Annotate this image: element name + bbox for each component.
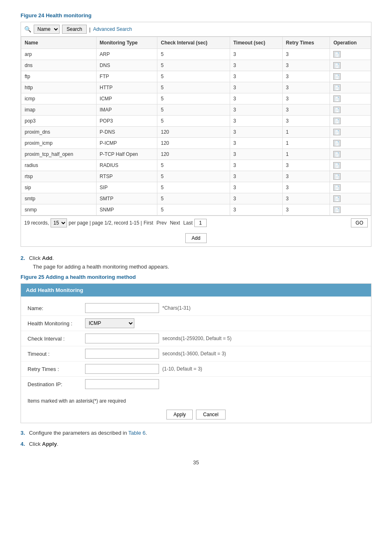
table-row: rtsp RTSP 5 3 3 📄 bbox=[21, 171, 371, 182]
col-timeout: Timeout (sec) bbox=[230, 37, 282, 49]
field-hint-4: (1-10, Default = 3) bbox=[162, 366, 202, 372]
step3-text: Configure the parameters as described in bbox=[29, 430, 128, 436]
cell-timeout: 3 bbox=[230, 149, 282, 160]
cell-timeout: 3 bbox=[230, 160, 282, 171]
edit-icon[interactable]: 📄 bbox=[333, 107, 341, 113]
table-row: imap IMAP 5 3 3 📄 bbox=[21, 104, 371, 116]
cancel-button[interactable]: Cancel bbox=[196, 410, 225, 419]
first-page-link[interactable]: First bbox=[143, 220, 153, 226]
step2-number: 2. bbox=[21, 255, 25, 261]
form-field-3: seconds(1-3600, Default = 3) bbox=[85, 349, 364, 359]
edit-icon[interactable]: 📄 bbox=[333, 184, 341, 191]
apply-button[interactable]: Apply bbox=[166, 410, 193, 419]
cell-name: proxim_dns bbox=[21, 127, 97, 138]
table-row: proxim_icmp P-ICMP 120 3 1 📄 bbox=[21, 138, 371, 149]
cell-operation: 📄 bbox=[330, 60, 371, 71]
edit-icon[interactable]: 📄 bbox=[333, 151, 341, 158]
cell-type: ICMP bbox=[96, 93, 157, 104]
col-monitoring-type: Monitoring Type bbox=[96, 37, 157, 49]
edit-icon[interactable]: 📄 bbox=[333, 62, 341, 69]
search-field-select[interactable]: Name bbox=[34, 25, 60, 34]
search-button[interactable]: Search bbox=[62, 25, 87, 34]
form-field-row: Retry Times : (1-10, Default = 3) bbox=[21, 362, 371, 377]
pagination-row: 19 records, 15 25 50 per page | page 1/2… bbox=[21, 216, 371, 230]
edit-icon[interactable]: 📄 bbox=[333, 140, 341, 146]
per-page-select[interactable]: 15 25 50 bbox=[51, 218, 67, 227]
cell-timeout: 3 bbox=[230, 116, 282, 127]
table-row: icmp ICMP 5 3 3 📄 bbox=[21, 93, 371, 104]
cell-retry: 1 bbox=[282, 127, 330, 138]
cell-interval: 5 bbox=[157, 60, 230, 71]
cell-timeout: 3 bbox=[230, 182, 282, 193]
edit-icon[interactable]: 📄 bbox=[333, 51, 341, 58]
edit-icon[interactable]: 📄 bbox=[333, 206, 341, 213]
cell-retry: 3 bbox=[282, 104, 330, 116]
cell-operation: 📄 bbox=[330, 160, 371, 171]
form-field-4: (1-10, Default = 3) bbox=[85, 364, 364, 374]
pagination-info: per page | page 1/2, record 1-15 | bbox=[69, 220, 142, 226]
edit-icon[interactable]: 📄 bbox=[333, 73, 341, 80]
step4-text: Click bbox=[29, 441, 42, 447]
cell-interval: 120 bbox=[157, 127, 230, 138]
cell-name: sip bbox=[21, 182, 97, 193]
edit-icon[interactable]: 📄 bbox=[333, 162, 341, 169]
pagination-left: 19 records, 15 25 50 per page | page 1/2… bbox=[24, 218, 207, 227]
cell-timeout: 3 bbox=[230, 127, 282, 138]
col-name: Name bbox=[21, 37, 97, 49]
cell-type: P-TCP Half Open bbox=[96, 149, 157, 160]
cell-operation: 📄 bbox=[330, 71, 371, 82]
form-text-input-4[interactable] bbox=[85, 364, 159, 374]
cell-name: snmp bbox=[21, 204, 97, 216]
cell-retry: 3 bbox=[282, 116, 330, 127]
form-label-4: Retry Times : bbox=[28, 366, 85, 372]
last-page-link[interactable]: Last bbox=[183, 220, 193, 226]
cell-operation: 📄 bbox=[330, 182, 371, 193]
cell-timeout: 3 bbox=[230, 171, 282, 182]
cell-name: smtp bbox=[21, 193, 97, 204]
cell-type: FTP bbox=[96, 71, 157, 82]
cell-operation: 📄 bbox=[330, 116, 371, 127]
health-monitoring-select[interactable]: ICMP ARP DNS FTP HTTP IMAP POP3 RADIUS R… bbox=[85, 318, 134, 328]
step4-bold: Apply bbox=[42, 441, 57, 447]
form-body: Name: *Chars(1-31) Health Monitoring : I… bbox=[21, 297, 371, 396]
next-page-link[interactable]: Next bbox=[170, 220, 180, 226]
table-row: http HTTP 5 3 3 📄 bbox=[21, 82, 371, 93]
cell-name: dns bbox=[21, 60, 97, 71]
cell-operation: 📄 bbox=[330, 82, 371, 93]
edit-icon[interactable]: 📄 bbox=[333, 173, 341, 180]
form-text-input-2[interactable] bbox=[85, 334, 159, 343]
cell-interval: 120 bbox=[157, 138, 230, 149]
go-button[interactable]: GO bbox=[351, 218, 368, 227]
cell-operation: 📄 bbox=[330, 104, 371, 116]
table-row: pop3 POP3 5 3 3 📄 bbox=[21, 116, 371, 127]
cell-name: http bbox=[21, 82, 97, 93]
table6-link[interactable]: Table 6 bbox=[128, 430, 145, 436]
edit-icon[interactable]: 📄 bbox=[333, 95, 341, 102]
edit-icon[interactable]: 📄 bbox=[333, 84, 341, 91]
cell-type: SIP bbox=[96, 182, 157, 193]
cell-retry: 3 bbox=[282, 193, 330, 204]
form-text-input-3[interactable] bbox=[85, 349, 159, 359]
cell-interval: 5 bbox=[157, 193, 230, 204]
step3-number: 3. bbox=[21, 430, 25, 436]
add-button[interactable]: Add bbox=[185, 233, 206, 243]
edit-icon[interactable]: 📄 bbox=[333, 118, 341, 124]
cell-retry: 3 bbox=[282, 204, 330, 216]
page-footer: 35 bbox=[21, 459, 371, 466]
cell-interval: 5 bbox=[157, 104, 230, 116]
form-text-input-5[interactable] bbox=[85, 379, 159, 389]
prev-page-link[interactable]: Prev bbox=[157, 220, 167, 226]
advanced-search-link[interactable]: Advanced Search bbox=[93, 26, 132, 32]
separator: | bbox=[89, 26, 90, 32]
form-text-input-0[interactable] bbox=[85, 303, 159, 313]
cell-interval: 5 bbox=[157, 116, 230, 127]
cell-interval: 120 bbox=[157, 149, 230, 160]
figure24-title: Figure 24 Health monitoring bbox=[21, 12, 371, 19]
edit-icon[interactable]: 📄 bbox=[333, 195, 341, 202]
cell-name: rtsp bbox=[21, 171, 97, 182]
edit-icon[interactable]: 📄 bbox=[333, 129, 341, 135]
table-row: dns DNS 5 3 3 📄 bbox=[21, 60, 371, 71]
cell-retry: 3 bbox=[282, 49, 330, 60]
cell-operation: 📄 bbox=[330, 171, 371, 182]
page-number-input[interactable] bbox=[194, 219, 207, 227]
